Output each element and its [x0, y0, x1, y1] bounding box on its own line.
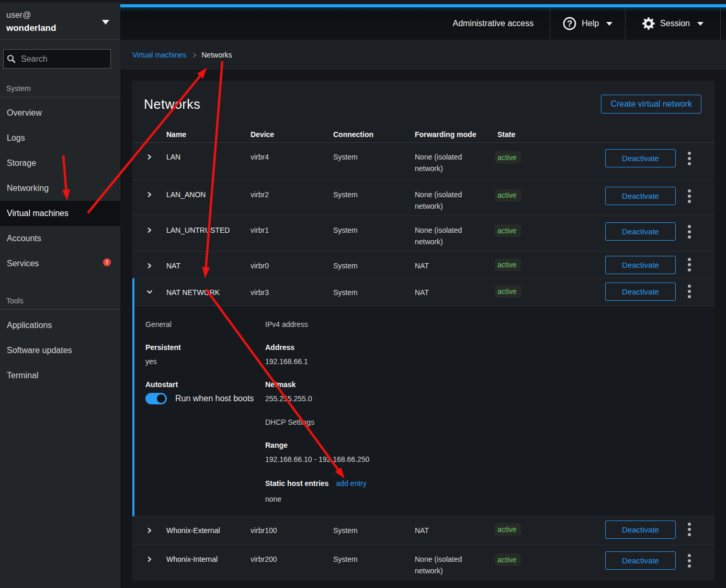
user-name: user@: [6, 9, 114, 21]
masthead: Administrative access ? Help Session: [120, 4, 726, 40]
network-connection: System: [333, 252, 415, 278]
breadcrumb-separator-icon: [192, 52, 197, 60]
deactivate-button[interactable]: Deactivate: [605, 521, 676, 539]
network-forwarding-mode: None (isolated network): [415, 545, 497, 580]
address-value: 192.168.66.1: [265, 356, 714, 367]
status-badge: active: [495, 189, 521, 201]
breadcrumb: Virtual machines Networks: [120, 40, 726, 70]
network-connection: System: [333, 143, 415, 168]
general-heading: General: [145, 319, 265, 330]
row-expander[interactable]: [132, 216, 166, 233]
network-device: virbr200: [251, 545, 333, 569]
row-expander[interactable]: [132, 143, 166, 160]
network-connection: System: [333, 216, 415, 240]
netmask-label: Netmask: [265, 379, 714, 390]
autostart-toggle-label: Run when host boots: [175, 394, 254, 403]
network-device: virbr3: [251, 278, 333, 306]
sidebar-item-services[interactable]: Services!: [0, 251, 120, 276]
gear-icon: [642, 17, 655, 30]
deactivate-button[interactable]: Deactivate: [605, 282, 676, 301]
network-connection: System: [333, 180, 415, 204]
networks-card: Networks Create virtual network Name Dev…: [132, 81, 714, 581]
row-expander[interactable]: [132, 545, 166, 562]
status-badge: active: [495, 224, 521, 237]
network-name: LAN_ANON: [166, 180, 251, 204]
help-icon: ?: [563, 17, 576, 30]
network-name: NAT NETWORK: [166, 278, 251, 306]
autostart-toggle[interactable]: [145, 393, 167, 404]
sidebar-item-logs[interactable]: Logs: [0, 126, 120, 151]
sidebar-item-storage[interactable]: Storage: [0, 151, 120, 176]
kebab-menu[interactable]: [676, 180, 714, 203]
table-row: LAN virbr4 System None (isolated network…: [132, 143, 714, 180]
sidebar-item-applications[interactable]: Applications: [0, 313, 120, 338]
kebab-menu[interactable]: [676, 143, 714, 165]
dhcp-heading: DHCP Settings: [265, 416, 714, 428]
row-expander[interactable]: [132, 180, 166, 198]
kebab-menu[interactable]: [676, 278, 714, 298]
kebab-menu[interactable]: [676, 252, 714, 272]
netmask-value: 255.255.255.0: [265, 393, 714, 404]
network-details: General Persistent yes Autostart Run whe…: [132, 306, 714, 516]
table-row: Whonix-Internal virbr200 System None (is…: [132, 545, 714, 580]
add-entry-link[interactable]: add entry: [336, 479, 366, 488]
create-virtual-network-button[interactable]: Create virtual network: [601, 95, 701, 114]
session-menu[interactable]: Session: [625, 7, 720, 40]
network-forwarding-mode: None (isolated network): [415, 180, 497, 216]
sidebar-section-system: System: [0, 84, 120, 97]
networks-table: Name Device Connection Forwarding mode S…: [132, 127, 714, 580]
sidebar-item-software-updates[interactable]: Software updates: [0, 338, 120, 363]
deactivate-button[interactable]: Deactivate: [605, 149, 676, 167]
deactivate-button[interactable]: Deactivate: [605, 551, 676, 570]
network-forwarding-mode: NAT: [415, 516, 497, 545]
status-badge: active: [495, 151, 521, 164]
table-row: Whonix-External virbr100 System NAT acti…: [132, 516, 714, 545]
static-host-entries-value: none: [265, 493, 714, 505]
persistent-value: yes: [145, 356, 265, 367]
network-forwarding-mode: None (isolated network): [415, 216, 497, 251]
network-connection: System: [333, 278, 415, 306]
row-expander[interactable]: [132, 278, 166, 295]
deactivate-button[interactable]: Deactivate: [605, 187, 676, 205]
chevron-down-icon: [606, 22, 612, 26]
static-host-entries-label: Static host entriesadd entry: [265, 478, 714, 489]
chevron-down-icon: [102, 20, 109, 25]
breadcrumb-current: Networks: [201, 51, 232, 59]
row-expander[interactable]: [132, 516, 166, 534]
kebab-menu[interactable]: [676, 516, 714, 536]
sidebar-item-terminal[interactable]: Terminal: [0, 363, 120, 388]
deactivate-button[interactable]: Deactivate: [605, 222, 676, 241]
autostart-label: Autostart: [145, 379, 265, 390]
sidebar-item-virtual-machines[interactable]: Virtual machines: [0, 201, 120, 226]
breadcrumb-virtual-machines[interactable]: Virtual machines: [132, 51, 186, 59]
network-name: Whonix-Internal: [166, 545, 251, 569]
status-badge: active: [495, 258, 521, 271]
network-device: virbr4: [251, 143, 333, 168]
sidebar-section-tools: Tools: [0, 297, 120, 309]
kebab-menu[interactable]: [676, 545, 714, 568]
user-menu[interactable]: user@ wonderland: [0, 3, 120, 40]
network-name: LAN_UNTRUSTED: [166, 216, 251, 240]
sidebar-item-accounts[interactable]: Accounts: [0, 226, 120, 251]
page-title: Networks: [144, 97, 200, 112]
svg-text:?: ?: [567, 19, 572, 28]
administrative-access-button[interactable]: Administrative access: [440, 7, 550, 40]
search-box[interactable]: [3, 49, 111, 69]
range-label: Range: [265, 439, 714, 451]
help-menu[interactable]: ? Help: [550, 7, 625, 40]
kebab-menu[interactable]: [676, 216, 714, 239]
chevron-down-icon: [697, 22, 704, 26]
status-badge: active: [495, 553, 521, 566]
search-input[interactable]: [21, 54, 99, 64]
sidebar: user@ wonderland System Overview Logs St…: [0, 3, 120, 588]
network-forwarding-mode: NAT: [415, 252, 497, 278]
page-content: Networks Create virtual network Name Dev…: [120, 70, 726, 588]
network-device: virbr100: [251, 516, 333, 545]
network-device: virbr1: [251, 216, 333, 240]
sidebar-item-networking[interactable]: Networking: [0, 176, 120, 201]
network-forwarding-mode: NAT: [415, 278, 497, 306]
deactivate-button[interactable]: Deactivate: [605, 256, 676, 274]
sidebar-item-overview[interactable]: Overview: [0, 100, 120, 126]
table-row: LAN_UNTRUSTED virbr1 System None (isolat…: [132, 216, 714, 252]
row-expander[interactable]: [132, 252, 166, 269]
